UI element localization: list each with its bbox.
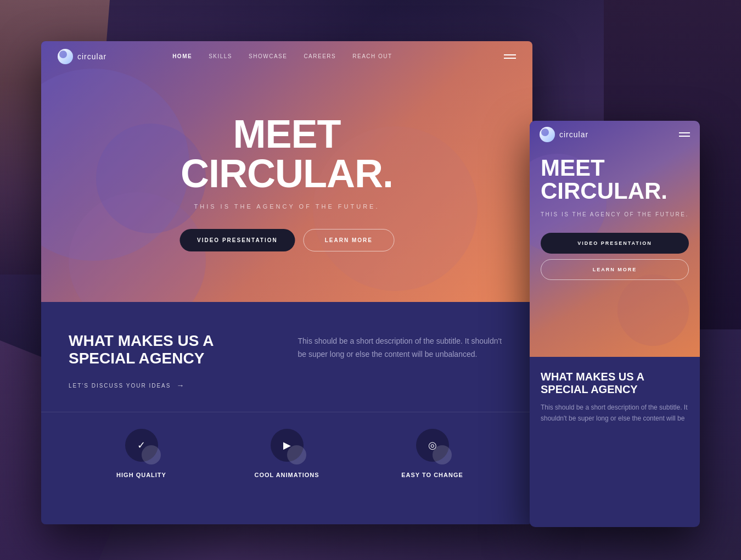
mobile-hero-title: MEET CIRCULAR. (541, 156, 689, 203)
feature-cool: ▶ COOL ANIMATIONS (214, 418, 360, 484)
mobile-deco-circle-2 (618, 275, 689, 346)
mobile-learn-btn[interactable]: LEARN MORE (541, 259, 689, 280)
feature-label-cool: COOL ANIMATIONS (254, 472, 319, 478)
desktop-cta-link[interactable]: LET'S DISCUSS YOUR IDEAS → (69, 381, 276, 390)
mobile-hamburger[interactable] (679, 132, 690, 137)
desktop-features: ✓ HIGH QUALITY ▶ COOL ANIMATIONS ◎ EASY … (41, 412, 532, 506)
mobile-hero: circular MEET CIRCULAR. THIS IS THE AGEN… (530, 121, 700, 357)
nav-link-careers[interactable]: CAREERS (304, 53, 336, 59)
mobile-section-desc: This should be a short description of th… (541, 402, 689, 424)
feature-easy: ◎ EASY TO CHANGE (360, 418, 505, 484)
mobile-hamburger-line-2 (679, 136, 690, 137)
desktop-window: circular HOME SKILLS SHOWCASE CAREERS RE… (41, 41, 532, 524)
circle-icon: ◎ (428, 439, 437, 451)
play-icon: ▶ (283, 439, 291, 451)
desktop-nav-links: HOME SKILLS SHOWCASE CAREERS REACH OUT (172, 53, 392, 59)
mobile-logo-icon (540, 127, 555, 142)
desktop-hero: circular HOME SKILLS SHOWCASE CAREERS RE… (41, 41, 532, 302)
desktop-hero-subtitle: THIS IS THE AGENCY OF THE FUTURE. (179, 203, 394, 210)
desktop-logo[interactable]: circular (58, 49, 106, 64)
arrow-icon: → (176, 381, 185, 390)
mobile-hero-subtitle: THIS IS THE AGENCY OF THE FUTURE. (541, 210, 689, 219)
check-icon: ✓ (137, 439, 145, 451)
mobile-hero-content: MEET CIRCULAR. THIS IS THE AGENCY OF THE… (541, 156, 689, 280)
desktop-section-right: This should be a short description of th… (298, 332, 506, 390)
hamburger-line-2 (504, 58, 516, 59)
desktop-hamburger[interactable] (504, 54, 516, 59)
desktop-section-title: WHAT MAKES US A SPECIAL AGENCY (69, 332, 276, 367)
easy-icon-wrap: ◎ (416, 429, 449, 462)
mobile-hamburger-line-1 (679, 132, 690, 133)
feature-high-quality: ✓ HIGH QUALITY (69, 418, 214, 484)
mobile-about-section: WHAT MAKES US A SPECIAL AGENCY This shou… (530, 357, 700, 435)
desktop-section-desc: This should be a short description of th… (298, 335, 506, 361)
desktop-hero-buttons: VIDEO PRESENTATION LEARN MORE (179, 229, 394, 251)
mobile-section-title: WHAT MAKES US A SPECIAL AGENCY (541, 371, 689, 396)
nav-link-reachout[interactable]: REACH OUT (352, 53, 392, 59)
logo-text: circular (77, 52, 106, 61)
desktop-video-btn[interactable]: VIDEO PRESENTATION (179, 229, 295, 251)
high-quality-icon-wrap: ✓ (125, 429, 158, 462)
mobile-logo-text: circular (559, 130, 588, 139)
mobile-video-btn[interactable]: VIDEO PRESENTATION (541, 233, 689, 254)
nav-link-skills[interactable]: SKILLS (209, 53, 232, 59)
desktop-navbar: circular HOME SKILLS SHOWCASE CAREERS RE… (41, 41, 532, 71)
logo-icon (58, 49, 73, 64)
feature-label-high-quality: HIGH QUALITY (116, 472, 166, 478)
desktop-learn-btn[interactable]: LEARN MORE (304, 229, 394, 251)
mobile-logo[interactable]: circular (540, 127, 588, 142)
mobile-window: circular MEET CIRCULAR. THIS IS THE AGEN… (530, 121, 700, 527)
nav-link-showcase[interactable]: SHOWCASE (249, 53, 287, 59)
cool-icon-wrap: ▶ (271, 429, 304, 462)
desktop-about-section: WHAT MAKES US A SPECIAL AGENCY LET'S DIS… (41, 302, 532, 412)
nav-link-home[interactable]: HOME (172, 53, 192, 59)
desktop-hero-content: MEET CIRCULAR. THIS IS THE AGENCY OF THE… (179, 114, 394, 251)
desktop-hero-title: MEET CIRCULAR. (179, 114, 394, 193)
desktop-section-left: WHAT MAKES US A SPECIAL AGENCY LET'S DIS… (69, 332, 276, 390)
hamburger-line-1 (504, 54, 516, 55)
mobile-navbar: circular (530, 121, 700, 148)
feature-label-easy: EASY TO CHANGE (401, 472, 463, 478)
